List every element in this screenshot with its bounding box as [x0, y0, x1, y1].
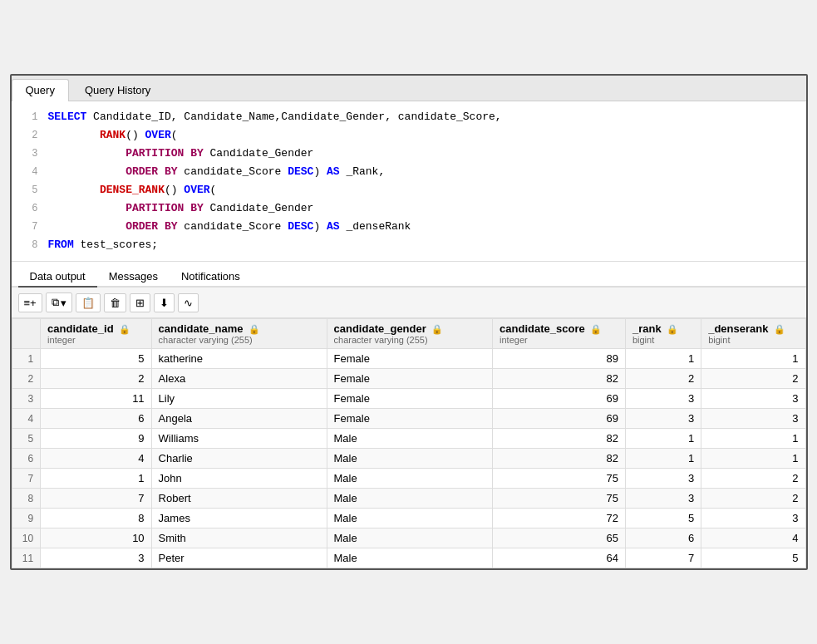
add-button[interactable]: ≡+: [18, 293, 42, 312]
cell-denserank: 4: [701, 528, 805, 548]
cell-denserank: 1: [701, 349, 805, 369]
cell-denserank: 2: [701, 369, 805, 389]
row-number: 4: [12, 409, 41, 429]
cell-candidate-id: 8: [41, 509, 151, 528]
table-row[interactable]: 2 2 Alexa Female 82 2 2: [12, 369, 805, 389]
cell-candidate-name: Smith: [151, 528, 327, 548]
cell-candidate-gender: Female: [327, 389, 493, 409]
col-header-candidate-gender[interactable]: candidate_gender 🔒 character varying (25…: [327, 319, 493, 349]
cell-candidate-gender: Female: [327, 409, 493, 429]
cell-denserank: 3: [701, 389, 805, 409]
cell-candidate-score: 64: [493, 548, 626, 568]
cell-candidate-score: 69: [493, 409, 626, 429]
row-number: 10: [12, 528, 41, 548]
cell-candidate-name: James: [151, 509, 327, 528]
table-row[interactable]: 10 10 Smith Male 65 6 4: [12, 528, 805, 548]
tab-data-output[interactable]: Data output: [18, 267, 97, 288]
cell-candidate-id: 4: [41, 449, 151, 469]
cell-rank: 3: [625, 389, 701, 409]
col-header-candidate-name[interactable]: candidate_name 🔒 character varying (255): [151, 319, 327, 349]
copy-icon: ⧉: [52, 296, 59, 309]
cell-candidate-name: Lily: [151, 389, 327, 409]
table-row[interactable]: 1 5 katherine Female 89 1 1: [12, 349, 805, 369]
cell-rank: 5: [625, 509, 701, 528]
cell-candidate-id: 1: [41, 469, 151, 489]
save-icon: ⊞: [135, 297, 145, 309]
paste-button[interactable]: 📋: [76, 293, 101, 312]
code-line: 1SELECT Candidate_ID, Candidate_Name,Can…: [12, 108, 806, 126]
table-header: candidate_id 🔒 integer candidate_name 🔒 …: [12, 319, 805, 349]
top-tab-bar: Query Query History: [12, 76, 806, 101]
cell-candidate-id: 6: [41, 409, 151, 429]
code-line: 8FROM test_scores;: [12, 236, 806, 254]
col-header-candidate-id[interactable]: candidate_id 🔒 integer: [41, 319, 151, 349]
tab-notifications[interactable]: Notifications: [170, 267, 252, 288]
table-row[interactable]: 6 4 Charlie Male 82 1 1: [12, 449, 805, 469]
cell-candidate-id: 11: [41, 389, 151, 409]
cell-candidate-id: 9: [41, 429, 151, 449]
toolbar: ≡+ ⧉▾ 📋 🗑 ⊞ ⬇ ∿: [12, 288, 806, 318]
copy-button[interactable]: ⧉▾: [46, 293, 72, 312]
table-row[interactable]: 5 9 Williams Male 82 1 1: [12, 429, 805, 449]
cell-rank: 1: [625, 429, 701, 449]
cell-candidate-score: 69: [493, 389, 626, 409]
cell-candidate-id: 2: [41, 369, 151, 389]
cell-denserank: 1: [701, 429, 805, 449]
cell-denserank: 1: [701, 449, 805, 469]
table-row[interactable]: 4 6 Angela Female 69 3 3: [12, 409, 805, 429]
delete-button[interactable]: 🗑: [104, 293, 126, 312]
line-number: 2: [18, 126, 38, 145]
code-line: 6 PARTITION BY Candidate_Gender: [12, 199, 806, 218]
copy-dropdown-icon: ▾: [61, 297, 66, 309]
col-header-denserank[interactable]: _denserank 🔒 bigint: [701, 319, 805, 349]
cell-candidate-score: 82: [493, 429, 626, 449]
table-row[interactable]: 8 7 Robert Male 75 3 2: [12, 489, 805, 509]
line-number: 7: [18, 218, 38, 236]
code-line: 5 DENSE_RANK() OVER(: [12, 181, 806, 199]
code-text: SELECT Candidate_ID, Candidate_Name,Cand…: [48, 108, 502, 126]
cell-candidate-gender: Male: [327, 469, 493, 489]
cell-candidate-name: Peter: [151, 548, 327, 568]
download-button[interactable]: ⬇: [154, 293, 175, 312]
cell-candidate-id: 7: [41, 489, 151, 509]
tab-query-history[interactable]: Query History: [71, 79, 165, 101]
save-button[interactable]: ⊞: [130, 293, 150, 312]
cell-denserank: 5: [701, 548, 805, 568]
bottom-section: Data output Messages Notifications ≡+ ⧉▾…: [12, 262, 806, 568]
trash-icon: 🗑: [110, 297, 121, 309]
table-row[interactable]: 9 8 James Male 72 5 3: [12, 509, 805, 528]
table-body: 1 5 katherine Female 89 1 1 2 2 Alexa Fe…: [12, 349, 805, 568]
table-row[interactable]: 11 3 Peter Male 64 7 5: [12, 548, 805, 568]
code-editor[interactable]: 1SELECT Candidate_ID, Candidate_Name,Can…: [12, 101, 806, 262]
cell-denserank: 2: [701, 469, 805, 489]
cell-candidate-id: 10: [41, 528, 151, 548]
table-row[interactable]: 3 11 Lily Female 69 3 3: [12, 389, 805, 409]
cell-candidate-gender: Male: [327, 528, 493, 548]
cell-candidate-name: John: [151, 469, 327, 489]
col-header-candidate-score[interactable]: candidate_score 🔒 integer: [493, 319, 626, 349]
row-number: 8: [12, 489, 41, 509]
cell-candidate-gender: Female: [327, 349, 493, 369]
cell-denserank: 2: [701, 489, 805, 509]
tab-query[interactable]: Query: [12, 79, 69, 101]
cell-candidate-gender: Male: [327, 429, 493, 449]
tab-messages[interactable]: Messages: [97, 267, 170, 288]
chart-button[interactable]: ∿: [178, 293, 199, 312]
row-number: 6: [12, 449, 41, 469]
cell-candidate-name: Angela: [151, 409, 327, 429]
row-number: 7: [12, 469, 41, 489]
col-header-rownum: [12, 319, 41, 349]
cell-rank: 1: [625, 349, 701, 369]
cell-candidate-score: 65: [493, 528, 626, 548]
table-row[interactable]: 7 1 John Male 75 3 2: [12, 469, 805, 489]
row-number: 2: [12, 369, 41, 389]
cell-candidate-gender: Female: [327, 369, 493, 389]
col-header-rank[interactable]: _rank 🔒 bigint: [625, 319, 701, 349]
line-number: 8: [18, 236, 38, 254]
data-table-wrapper: candidate_id 🔒 integer candidate_name 🔒 …: [12, 318, 806, 568]
cell-candidate-score: 75: [493, 469, 626, 489]
cell-candidate-name: Alexa: [151, 369, 327, 389]
code-text: ORDER BY candidate_Score DESC) AS _Rank,: [48, 163, 386, 181]
code-text: FROM test_scores;: [48, 236, 159, 254]
cell-candidate-score: 89: [493, 349, 626, 369]
